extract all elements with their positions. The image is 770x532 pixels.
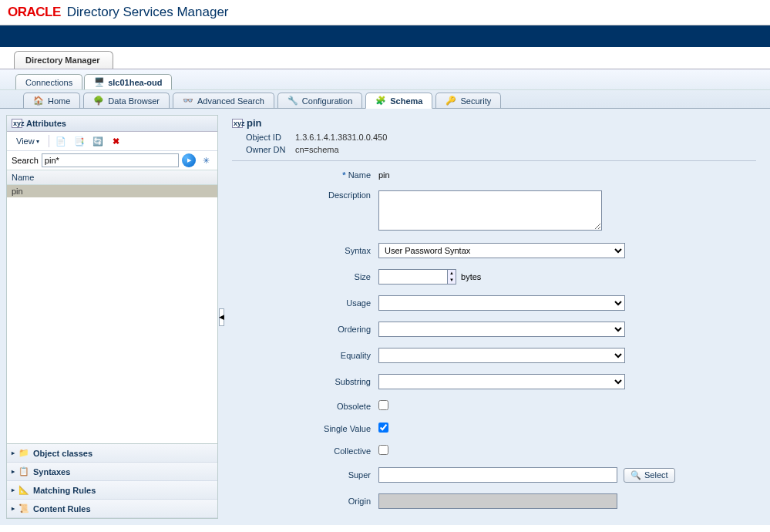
tab-advanced-search[interactable]: 👓Advanced Search [173,93,274,108]
view-menu[interactable]: View▾ [12,135,44,147]
usage-select[interactable] [378,295,625,311]
chevron-right-icon: ▸ [12,450,15,456]
chevron-down-icon: ▾ [36,138,39,145]
object-id-value: 1.3.6.1.4.1.3831.0.0.450 [295,133,387,142]
tab-schema[interactable]: 🧩Schema [365,93,432,109]
detail-title: xyz pin [232,115,756,131]
row-single-value: Single Value [232,423,756,434]
super-input[interactable] [378,467,617,483]
level1-tabs: Directory Manager [0,47,770,69]
schema-icon: 🧩 [375,96,386,106]
tab-directory-manager[interactable]: Directory Manager [14,51,113,69]
search-input[interactable] [42,153,179,167]
search-icon: 🔍 [630,470,641,480]
owner-dn-label: Owner DN [246,145,291,154]
object-id-row: Object ID 1.3.6.1.4.1.3831.0.0.450 [232,131,756,143]
chevron-right-icon: ▸ [12,505,15,512]
tab-connections[interactable]: Connections [15,74,82,89]
substring-select[interactable] [378,374,625,389]
clear-search-button[interactable]: ✳ [199,153,213,167]
attributes-title: Attributes [26,119,66,128]
obsolete-checkbox[interactable] [378,400,388,410]
size-unit: bytes [461,272,481,281]
app-header: ORACLE Directory Services Manager [0,0,770,25]
row-name: * Name pin [232,170,756,180]
detail-panel: xyz pin Object ID 1.3.6.1.4.1.3831.0.0.4… [224,115,764,519]
rules-icon: 📐 [18,485,29,495]
row-ordering: Ordering [232,322,756,337]
column-name: Name [7,170,217,185]
description-input[interactable] [378,190,602,231]
attribute-icon: xyz [12,119,22,128]
search-label: Search [12,156,39,165]
select-button[interactable]: 🔍Select [624,468,675,483]
row-obsolete: Obsolete [232,400,756,412]
search-go-button[interactable] [182,153,196,167]
splitter-handle[interactable]: ◀ [219,308,224,326]
size-down[interactable]: ▼ [448,277,456,284]
row-collective: Collective [232,445,756,456]
tab-server[interactable]: 🖥️ slc01hea-oud [84,74,172,89]
size-up[interactable]: ▲ [448,270,456,277]
search-row: Search ✳ [7,151,217,170]
row-super: Super 🔍Select [232,467,756,483]
delete-button[interactable]: ✖ [109,134,123,148]
row-usage: Usage [232,295,756,311]
equality-select[interactable] [378,348,625,363]
sidebar: xyz Attributes View▾ 📄 📑 🔄 ✖ Search ✳ Na… [6,115,218,519]
oracle-logo: ORACLE [8,5,61,20]
new-attribute-button[interactable]: 📄 [54,134,68,148]
row-description: Description [232,190,756,232]
accordion-syntaxes[interactable]: ▸📋Syntaxes [7,463,217,481]
row-size: Size ▲▼ bytes [232,269,756,285]
tree-icon: 🌳 [93,96,104,106]
tab-configuration[interactable]: 🔧Configuration [277,93,362,108]
collective-checkbox[interactable] [378,445,388,455]
refresh-button[interactable]: 🔄 [91,134,105,148]
accordion: ▸📁Object classes ▸📋Syntaxes ▸📐Matching R… [7,443,217,518]
splitter: ◀ [218,115,224,519]
single-value-checkbox[interactable] [378,423,388,433]
tab-server-label: slc01hea-oud [108,78,162,87]
level2-tabs: Connections 🖥️ slc01hea-oud [0,69,770,89]
nav-tabs: 🏠Home 🌳Data Browser 👓Advanced Search 🔧Co… [0,89,770,109]
tab-data-browser[interactable]: 🌳Data Browser [83,93,170,108]
chevron-right-icon: ▸ [12,468,15,475]
owner-dn-value: cn=schema [295,145,339,154]
row-origin: Origin [232,493,756,509]
list-icon: 📋 [18,466,29,476]
banner-bar [0,25,770,47]
workspace: xyz Attributes View▾ 📄 📑 🔄 ✖ Search ✳ Na… [0,109,770,525]
ordering-select[interactable] [378,322,625,337]
syntax-select[interactable]: User Password Syntax [378,243,625,258]
tab-home[interactable]: 🏠Home [23,93,80,108]
new-like-attribute-button[interactable]: 📑 [72,134,86,148]
row-equality: Equality [232,348,756,363]
accordion-content-rules[interactable]: ▸📜Content Rules [7,500,217,518]
key-icon: 🔑 [446,96,456,106]
row-syntax: Syntax User Password Syntax [232,243,756,258]
results-list: pin [7,185,217,443]
attributes-toolbar: View▾ 📄 📑 🔄 ✖ [7,132,217,151]
home-icon: 🏠 [33,96,44,106]
folder-icon: 📁 [18,448,29,458]
object-id-label: Object ID [246,133,291,142]
owner-dn-row: Owner DN cn=schema [232,143,756,156]
wrench-icon: 🔧 [287,96,298,106]
attribute-icon: xyz [232,119,243,128]
name-value: pin [378,170,390,180]
content-icon: 📜 [18,503,29,513]
chevron-right-icon: ▸ [12,487,15,493]
origin-input [378,493,617,509]
accordion-matching-rules[interactable]: ▸📐Matching Rules [7,481,217,500]
list-item[interactable]: pin [7,185,217,197]
accordion-object-classes[interactable]: ▸📁Object classes [7,444,217,463]
tab-security[interactable]: 🔑Security [435,93,501,108]
separator [232,160,756,161]
binoculars-icon: 👓 [183,96,193,106]
row-substring: Substring [232,374,756,389]
size-input[interactable] [378,269,448,285]
server-icon: 🖥️ [94,77,105,87]
app-title: Directory Services Manager [67,5,229,20]
attributes-panel-header: xyz Attributes [7,116,217,132]
